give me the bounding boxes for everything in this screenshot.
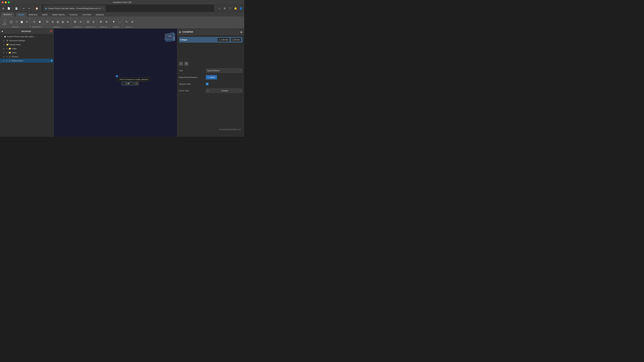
create-revolve-btn[interactable]: ⬡ <box>14 19 19 24</box>
browser-item-root[interactable]: ▼ ◼ Custom Phone Case with Lattice – ... <box>0 34 54 38</box>
titlebar: Autodesk Fusion 360 <box>0 0 244 5</box>
insert-btn-2[interactable]: ⬚ <box>117 19 122 24</box>
item-label: Joints <box>12 52 52 54</box>
chamfer-value-input[interactable] <box>122 82 134 85</box>
tab-utilities[interactable]: UTILITIES <box>80 13 93 16</box>
select-edges-btn[interactable]: ↖ Select <box>206 75 217 79</box>
arrow-icon: ▼ <box>1 36 3 37</box>
inspect-btn-2[interactable]: ⊞ <box>104 19 109 24</box>
browser-pin-icon[interactable]: 📌 <box>50 30 52 32</box>
type-dropdown[interactable]: Equal Distance ▾ <box>206 68 242 73</box>
design-label: DESIGN <box>3 13 10 15</box>
remove-edge-btn[interactable]: ✕ <box>184 62 188 66</box>
add-edge-btn[interactable]: ＋ <box>179 62 183 66</box>
save-btn[interactable]: 💾 <box>14 6 18 11</box>
construct-btn-1[interactable]: ⊟ <box>85 18 91 25</box>
tab-manage[interactable]: MANAGE <box>94 13 106 16</box>
account-btn[interactable]: 👤 <box>238 6 243 11</box>
home-btn[interactable]: 🏠 <box>34 6 39 11</box>
browser-item-named-views[interactable]: ▶ 📁 Named Views <box>0 42 54 46</box>
panel-collapse-btn[interactable]: ▶ <box>241 31 242 33</box>
browser-item-origin[interactable]: ▶ 👁 📁 Origin <box>0 46 54 51</box>
document-tab[interactable]: ◼ Custom Phone Case with Lattice – Produ… <box>43 5 106 11</box>
browser-item-joints[interactable]: ▶ 👁 📁 Joints <box>0 51 54 55</box>
edge-value-box-1[interactable]: ◈ 1.25 mm <box>217 38 230 42</box>
arrow-icon: ▶ <box>3 52 5 53</box>
select-btn-1[interactable]: ↖ <box>124 18 130 25</box>
tab-surface[interactable]: SURFACE <box>26 13 40 16</box>
assemble-btn-2[interactable]: ⧉ <box>78 19 83 24</box>
active-dot <box>51 60 52 61</box>
ribbon-content: ⬚ New Sketch ◫ ⬡ ⬤ ✦ CREATE ▾ ⊙ ⬢ <box>0 16 244 28</box>
select-icons: ↖ ⊞ <box>124 17 135 26</box>
corner-type-dropdown[interactable]: ◈ Chamfer ▾ <box>206 88 242 93</box>
add-tab-btn[interactable]: ＋ <box>217 6 222 11</box>
construct-arrow-icon: ▾ <box>95 26 96 28</box>
insert-btn-1[interactable]: ▼ <box>111 18 117 25</box>
viewport[interactable]: Hold Command to modify selection | ⋮ TOP… <box>54 29 177 137</box>
maximize-window-btn[interactable] <box>8 1 10 3</box>
edges-row: 8 Edges ◈ 1.25 mm 1.25 mm <box>179 37 242 42</box>
view-cube[interactable]: TOP RIGHT <box>163 31 175 42</box>
notifications-btn[interactable]: 🔔 <box>233 6 238 11</box>
tangent-chain-checkbox[interactable]: ✓ <box>206 83 208 85</box>
edges-count-label: 8 Edges <box>180 39 216 41</box>
close-window-btn[interactable] <box>2 1 4 3</box>
assemble-arrow-icon: ▾ <box>81 26 82 28</box>
edge-value-box-2[interactable]: 1.25 mm <box>231 38 241 42</box>
create-more-btn[interactable]: ✦ <box>24 19 29 24</box>
eye-icon[interactable]: 👁 <box>6 60 8 62</box>
create-sweep-btn[interactable]: ⬤ <box>20 19 24 24</box>
generate-icons: ⊙ ⬢ <box>31 17 42 26</box>
browser-item-phone[interactable]: ▶ 👁 ◻ Phone:1 <box>0 55 54 59</box>
edges-faces-label: Edges/Faces/Features <box>179 76 206 78</box>
design-dropdown-btn[interactable]: DESIGN ▾ <box>1 12 14 16</box>
eye-icon[interactable]: 👁 <box>6 52 8 54</box>
help-btn[interactable]: ? <box>228 6 232 11</box>
minimize-window-btn[interactable] <box>5 1 7 3</box>
tab-solid[interactable]: SOLID <box>16 13 26 16</box>
inspect-btn-1[interactable]: ⊕ <box>98 18 104 25</box>
construct-btn-2[interactable]: ⊞ <box>91 19 96 24</box>
assemble-btn-1[interactable]: ⊕ <box>72 18 78 25</box>
browser-panel: ◀ BROWSER 📌 ▼ ◼ Custom Phone Case with L… <box>0 29 54 137</box>
main-toolbar: ⊞ 📄 💾 ↩ ↪ 🏠 ◼ Custom Phone Case with Lat… <box>0 5 244 12</box>
browser-item-doc-settings[interactable]: ▶ ⚙ Document Settings <box>0 38 54 42</box>
browser-collapse-icon[interactable]: ◀ <box>1 30 3 32</box>
tab-sheet-metal[interactable]: SHEET METAL <box>50 13 67 16</box>
edges-faces-field-row: Edges/Faces/Features ↖ Select <box>179 75 242 80</box>
tab-close-btn[interactable]: ✕ <box>102 7 104 9</box>
file-btn[interactable]: 📄 <box>6 6 11 11</box>
eye-icon[interactable]: 👁 <box>6 56 8 58</box>
modify-btn-5[interactable]: ⊕ <box>66 19 70 24</box>
browser-item-phone-case[interactable]: ▶ 👁 ◻ Phone Case:1 <box>0 59 54 63</box>
redo-btn[interactable]: ↪ <box>27 6 32 11</box>
eye-icon[interactable]: 👁 <box>6 48 8 50</box>
panel-title: CHAMFER <box>182 31 193 33</box>
generate-btn-1[interactable]: ⊙ <box>31 18 37 25</box>
chamfer-panel: ◈ CHAMFER ▶ 8 Edges ◈ 1.25 mm 1.25 mm <box>177 29 244 137</box>
modify-btn-3[interactable]: ▨ <box>55 19 60 24</box>
apps-btn[interactable]: ⊞ <box>1 6 6 11</box>
inspect-arrow-icon: ▾ <box>106 26 107 28</box>
create-sketch-btn[interactable]: ⬚ New Sketch <box>2 18 8 25</box>
ribbon-group-inspect: ⊕ ⊞ INSPECT ▾ <box>97 17 110 28</box>
modify-btn-2[interactable]: ⊞ <box>50 19 55 24</box>
generate-btn-2[interactable]: ⬢ <box>38 19 42 24</box>
value-input-bubble[interactable]: | ⋮ <box>121 82 139 85</box>
ribbon-group-construct: ⊟ ⊞ CONSTRUCT ▾ <box>84 17 97 28</box>
select-btn-2[interactable]: ⊞ <box>130 19 135 24</box>
insert-icons: ▼ ⬚ <box>111 17 122 26</box>
modify-btn-4[interactable]: ▧ <box>60 19 65 24</box>
corner-type-field-row: Corner Type ◈ Chamfer ▾ <box>179 88 242 93</box>
tab-plastic[interactable]: PLASTIC <box>68 13 80 16</box>
ribbon-group-assemble: ⊕ ⧉ ASSEMBLE ▾ <box>71 17 84 28</box>
settings-btn[interactable]: ⚙ <box>222 6 227 11</box>
value-more-btn[interactable]: ⋮ <box>134 82 139 85</box>
tab-mesh[interactable]: MESH <box>40 13 50 16</box>
undo-btn[interactable]: ↩ <box>22 6 26 11</box>
modify-label: MODIFY ▾ <box>54 26 60 28</box>
toolbar-divider-5 <box>216 6 216 10</box>
modify-btn-1[interactable]: ⟲ <box>44 18 50 25</box>
create-extrude-btn[interactable]: ◫ <box>8 18 14 25</box>
